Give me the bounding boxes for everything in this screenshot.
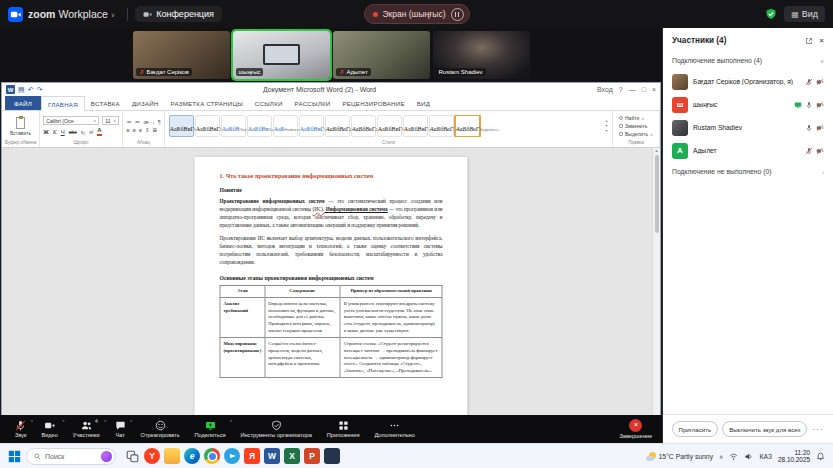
tab-view[interactable]: ВИД [411,96,436,110]
view-button[interactable]: ▦ Вид [784,6,825,22]
paste-button[interactable]: Вставить [5,117,36,136]
help-icon[interactable]: ? [619,86,623,93]
scroll-up-icon[interactable]: ▲ [655,148,659,153]
style-chip[interactable]: АаБНазвание [273,115,298,137]
pause-share-icon[interactable] [451,8,464,21]
chevron-up-icon[interactable]: ∧ [230,418,233,423]
line-spacing-icon[interactable]: ⇕ [145,127,150,133]
participant-row[interactable]: ш шыңғыс [663,93,833,116]
bullet-list-icon[interactable]: ≔ [126,119,132,125]
align-right-icon[interactable]: ≡ [139,127,142,133]
chrome-icon[interactable] [204,448,220,464]
audio-button[interactable]: Звук ∧ [8,415,33,443]
pinned-app-icon[interactable] [324,448,340,464]
tab-layout[interactable]: РАЗМЕТКА СТРАНИЦЫ [165,96,249,110]
doc-table[interactable]: Этап Содержание Пример из образовательно… [220,285,443,379]
participant-row[interactable]: Бағдат Серіков (Организатор, я) [663,70,833,93]
doc-heading[interactable]: 1. Что такое проектирование информационн… [220,172,443,179]
superscript-button[interactable]: x² [89,129,93,135]
tab-references[interactable]: ССЫЛКИ [249,96,289,110]
style-chip[interactable]: АаБбВвГПодзаголо... [299,115,324,137]
chevron-down-icon[interactable]: ∨ [111,11,115,18]
table-cell[interactable]: В университете планируют внедрить систем… [340,298,442,338]
volume-icon[interactable] [744,452,753,461]
save-icon[interactable]: ▤ [18,86,25,94]
table-cell[interactable]: Анализ требований [220,298,265,338]
align-center-icon[interactable]: ≡ [132,127,135,133]
start-button[interactable] [8,450,21,463]
sign-in-label[interactable]: Вход [597,86,613,93]
word-taskbar-icon[interactable]: W [264,448,280,464]
indent-icon[interactable]: ≫ [143,119,149,125]
replace-button[interactable]: Заменить [619,123,653,129]
assistant-icon[interactable] [101,451,112,462]
file-explorer-icon[interactable] [164,448,180,464]
font-color-button[interactable]: А [97,127,101,136]
minimize-icon[interactable]: — [629,86,636,93]
table-header[interactable]: Содержание [265,285,340,298]
weather-widget[interactable]: 15°C Partly sunny [646,452,713,461]
video-thumbnail[interactable]: Бағдат Серіков [133,31,230,79]
participants-button[interactable]: 4 Участники ∧ [66,415,107,443]
table-cell[interactable]: Определяются цели системы, пользователи,… [265,298,340,338]
document-page[interactable]: 1. Что такое проектирование информационн… [195,157,468,442]
video-button[interactable]: Видео ∧ [34,415,64,443]
chevron-up-icon[interactable]: ∧ [31,418,34,423]
tab-insert[interactable]: ВСТАВКА [85,96,126,110]
video-thumbnail[interactable]: Адылет [333,31,430,79]
select-button[interactable]: Выделить∨ [619,131,653,137]
task-view-icon[interactable] [124,448,140,464]
keyboard-language[interactable]: КАЗ [759,453,772,460]
tab-file[interactable]: ФАЙЛ [5,96,41,110]
apps-button[interactable]: Приложения [320,415,367,443]
tab-home[interactable]: ГЛАВНАЯ [41,96,85,111]
more-button[interactable]: Дополнительно [368,415,422,443]
chevron-up-icon[interactable]: ∧ [62,418,65,423]
hidden-icons-chevron[interactable]: ∧ [719,453,723,460]
styles-gallery-scroll[interactable]: ▲▼▼ [604,119,609,133]
find-button[interactable]: Найти∨ [619,115,653,121]
sort-icon[interactable]: ↓ [152,119,155,125]
search-box[interactable]: Поиск [26,448,116,465]
mute-all-button[interactable]: Выключить звук для всех [722,421,807,437]
wifi-icon[interactable] [729,452,738,461]
style-chip[interactable]: АаБбВвЗаголовок 2 [247,115,272,137]
footer-more-icon[interactable]: ··· [811,425,824,434]
style-chip[interactable]: АаБбВвГВыделенн... [455,115,480,137]
end-meeting-button[interactable]: × Завершение [612,415,654,443]
restore-icon[interactable]: □ [642,86,646,93]
excel-taskbar-icon[interactable]: X [284,448,300,464]
table-header[interactable]: Пример из образовательной практики [340,285,442,298]
style-chip[interactable]: АаБбВвГг1 Без инте... [195,115,220,137]
screen-share-pill[interactable]: Экран (шыңғыс) [363,4,469,24]
table-cell[interactable]: Создаётся схема бизнес-процессов, модели… [265,338,340,378]
tab-design[interactable]: ДИЗАЙН [126,96,165,110]
redo-icon[interactable]: ↷ [37,86,43,94]
scrollbar-thumb[interactable] [655,155,659,233]
yandex-browser-icon[interactable]: Y [144,448,160,464]
pilcrow-icon[interactable]: ¶ [158,119,161,125]
style-chip[interactable]: АаБбВЗаголовок 1 [221,115,246,137]
video-thumbnail[interactable]: Rustam Shadiev [433,31,530,79]
table-header[interactable]: Этап [220,285,265,298]
security-shield-icon[interactable] [765,8,777,20]
video-thumbnail[interactable]: шыңғыс [233,31,330,79]
clock[interactable]: 11:20 28.10.2025 [778,449,810,464]
style-chip[interactable]: АаБбВвГгСлабое выд... [325,115,350,137]
close-icon[interactable]: × [652,86,656,93]
telegram-icon[interactable] [224,448,240,464]
close-panel-icon[interactable]: × [819,36,824,45]
font-size-select[interactable]: 11∨ [102,116,119,125]
italic-button[interactable]: К [53,129,57,135]
participant-row[interactable]: Rustam Shadiev [663,116,833,139]
section-connected[interactable]: Подключение выполнено (4) ∨ [663,51,833,70]
style-chip[interactable]: АаБбВвГСтрогий [403,115,428,137]
undo-icon[interactable]: ↶ [28,86,34,94]
doc-subheading[interactable]: Понятие [220,187,443,193]
chevron-up-icon[interactable]: ∧ [104,418,107,423]
table-cell[interactable]: Строятся схемы: «Студент регистрируется … [340,338,442,378]
share-button[interactable]: Поделиться ∧ [188,415,233,443]
doc-paragraph[interactable]: Проектирование информационных систем — э… [220,197,443,229]
tab-meeting[interactable]: Конференция [135,6,222,22]
doc-subheading[interactable]: Основные этапы проектирования информацио… [220,275,443,281]
